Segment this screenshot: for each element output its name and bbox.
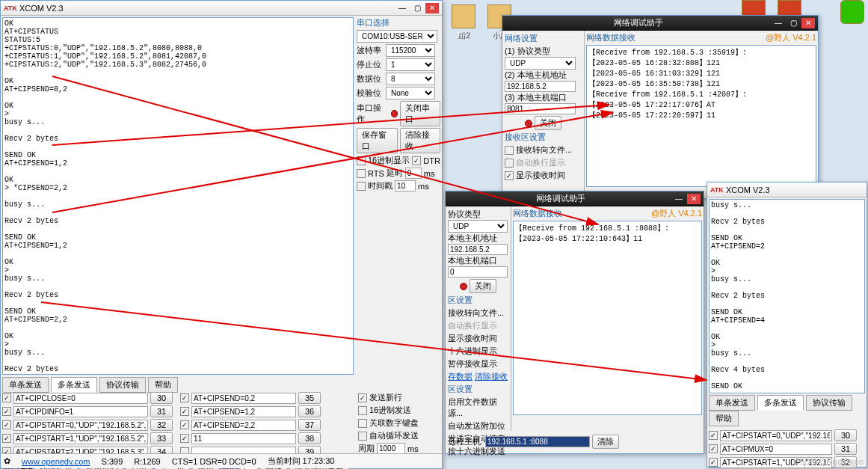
net2-txset-label: 区设置 bbox=[448, 384, 508, 395]
send-35[interactable]: 35 bbox=[298, 392, 321, 404]
serial-port-select[interactable]: COM10:USB-SERIAL bbox=[357, 30, 437, 43]
row-check-35[interactable] bbox=[180, 393, 189, 402]
cmd-input-38[interactable] bbox=[191, 433, 296, 444]
x2-cmd-30[interactable] bbox=[720, 430, 832, 441]
xcom2-tab-multi[interactable]: 多条发送 bbox=[757, 395, 804, 411]
save-window-button[interactable]: 保存窗口 bbox=[357, 128, 398, 153]
clear-recv-button[interactable]: 清除接收 bbox=[400, 128, 441, 153]
net1-proto-select[interactable]: UDP bbox=[505, 57, 576, 70]
net2-close-button[interactable]: 关闭 bbox=[470, 279, 496, 293]
xcom2-log: busy s... Recv 2 bytes SEND OK AT+CIPSEN… bbox=[709, 199, 865, 393]
rts-label: RTS bbox=[368, 169, 384, 178]
max-button[interactable]: ▢ bbox=[410, 3, 424, 13]
desktop-folder-1: 船2 bbox=[449, 4, 478, 40]
cmd-input-33[interactable] bbox=[13, 433, 148, 444]
x2-send-30[interactable]: 30 bbox=[834, 429, 857, 441]
cmd-input-32[interactable] bbox=[13, 420, 148, 431]
window-title: XCOM V2.3 bbox=[19, 4, 395, 13]
period-input[interactable] bbox=[377, 443, 405, 454]
row-check-30[interactable] bbox=[2, 393, 11, 402]
kb-check[interactable] bbox=[358, 419, 367, 428]
time-value: 17:23:30 bbox=[303, 456, 335, 465]
row-check-36[interactable] bbox=[180, 407, 189, 416]
x2-chk-32[interactable] bbox=[709, 458, 718, 467]
xcom-2-window: ATK XCOM V2.3 busy s... Recv 2 bytes SEN… bbox=[707, 182, 867, 468]
newline-check[interactable] bbox=[358, 393, 367, 402]
net1-port-label: (3) 本地主机端口 bbox=[505, 92, 582, 103]
net1-auto-check[interactable] bbox=[505, 159, 514, 168]
cmd-input-31[interactable] bbox=[13, 406, 148, 417]
hexsend-label: 16进制发送 bbox=[369, 405, 411, 416]
rts-check[interactable] bbox=[357, 169, 366, 178]
net2-host-input[interactable] bbox=[485, 436, 590, 447]
xcom2-tab-proto[interactable]: 协议传输 bbox=[806, 395, 852, 411]
net1-fwd-check[interactable] bbox=[505, 146, 514, 155]
row-check-38[interactable] bbox=[180, 434, 189, 443]
dtr-check[interactable] bbox=[412, 156, 421, 165]
site-link[interactable]: www.openedv.com bbox=[22, 457, 90, 466]
net1-ip-input[interactable] bbox=[505, 81, 576, 92]
net2-ip-input[interactable] bbox=[448, 244, 508, 255]
x2-send-31[interactable]: 31 bbox=[834, 443, 857, 455]
net2-clear-button[interactable]: 清除 bbox=[592, 435, 619, 449]
net1-state-icon bbox=[525, 120, 532, 127]
row-check-33[interactable] bbox=[2, 434, 11, 443]
loop-check[interactable] bbox=[358, 432, 367, 441]
net2-save-link[interactable]: 存数据 bbox=[448, 371, 473, 382]
min-button[interactable]: — bbox=[395, 3, 409, 13]
send-37[interactable]: 37 bbox=[298, 419, 321, 431]
send-31[interactable]: 31 bbox=[150, 405, 173, 417]
close-button[interactable]: ✕ bbox=[425, 3, 439, 13]
hexsend-check[interactable] bbox=[358, 406, 367, 415]
net2-port-input[interactable] bbox=[448, 266, 508, 278]
send-33[interactable]: 33 bbox=[150, 432, 173, 444]
baud-select[interactable]: 115200 bbox=[386, 44, 435, 57]
sig-status: CTS=1 DSR=0 DCD=0 bbox=[172, 457, 256, 466]
net2-close[interactable]: ✕ bbox=[687, 194, 701, 204]
row-check-32[interactable] bbox=[2, 420, 11, 429]
net1-close-button[interactable]: 关闭 bbox=[535, 116, 561, 130]
net2-min[interactable]: — bbox=[672, 194, 686, 204]
delay-input[interactable] bbox=[405, 168, 422, 179]
net1-close[interactable]: ✕ bbox=[801, 18, 815, 28]
x2-cmd-31[interactable] bbox=[720, 444, 832, 455]
net1-min[interactable]: — bbox=[772, 18, 785, 28]
close-serial-button[interactable]: 关闭串口 bbox=[400, 101, 440, 126]
send-30[interactable]: 30 bbox=[150, 392, 173, 404]
x2-chk-31[interactable] bbox=[709, 444, 718, 453]
x2-chk-30[interactable] bbox=[709, 431, 718, 440]
net2-auto-label: 自动换行显示 bbox=[448, 320, 497, 331]
net1-max[interactable]: ▢ bbox=[787, 18, 800, 28]
ts-input[interactable] bbox=[395, 180, 416, 191]
hex-disp-check[interactable] bbox=[357, 156, 366, 165]
delay-label: 延时 bbox=[387, 168, 403, 179]
parity-select[interactable]: None bbox=[386, 87, 435, 99]
net2-title: 网络调试助手 bbox=[449, 193, 672, 204]
data-select[interactable]: 8 bbox=[386, 73, 435, 85]
net2-clear-link[interactable]: 清除接收 bbox=[475, 371, 508, 382]
app-icon: ATK bbox=[4, 4, 17, 12]
cmd-input-36[interactable] bbox=[191, 406, 296, 417]
send-32[interactable]: 32 bbox=[150, 419, 173, 431]
net1-title: 网络调试助手 bbox=[505, 17, 772, 28]
net2-state-icon bbox=[460, 283, 467, 290]
xcom-main-titlebar: ATK XCOM V2.3 — ▢ ✕ bbox=[1, 1, 442, 16]
net2-proto-select[interactable]: UDP bbox=[448, 220, 508, 233]
xcom2-tab-single[interactable]: 单条发送 bbox=[709, 395, 755, 411]
xcom2-tab-help[interactable]: 帮助 bbox=[709, 411, 739, 426]
row-check-37[interactable] bbox=[180, 420, 189, 429]
ts-check[interactable] bbox=[357, 182, 366, 191]
cmd-input-35[interactable] bbox=[191, 393, 296, 404]
ts-label: 时间戳 bbox=[368, 180, 393, 191]
cmd-input-30[interactable] bbox=[13, 393, 148, 404]
row-check-31[interactable] bbox=[2, 407, 11, 416]
s-count: S:399 bbox=[102, 457, 123, 466]
stop-select[interactable]: 1 bbox=[386, 58, 435, 71]
cmd-input-37[interactable] bbox=[191, 420, 296, 431]
send-36[interactable]: 36 bbox=[298, 405, 321, 417]
net1-port-input[interactable] bbox=[505, 103, 576, 114]
net2-titlebar: 网络调试助手 —✕ bbox=[446, 191, 704, 206]
send-38[interactable]: 38 bbox=[298, 432, 321, 444]
net1-fwd-label: 接收转向文件... bbox=[516, 144, 572, 156]
net1-ts-check[interactable] bbox=[505, 171, 514, 180]
